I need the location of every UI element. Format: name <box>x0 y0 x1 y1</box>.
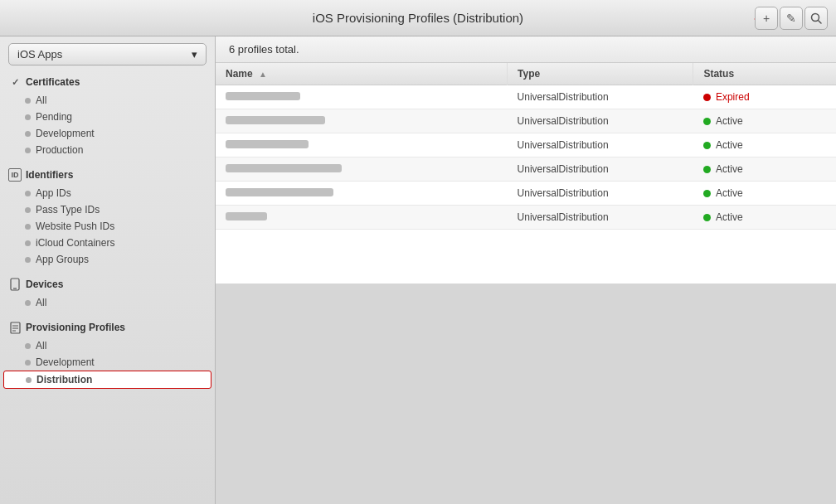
sidebar-item-label: All <box>36 340 46 351</box>
profile-name-cell <box>216 85 508 109</box>
section-devices: Devices All <box>0 274 215 311</box>
section-identifiers: ID Identifiers App IDs Pass Type IDs Web… <box>0 165 215 268</box>
profiles-table: Name ▲ Type Status UniversalDistribution… <box>216 63 836 284</box>
sidebar-item-app-ids[interactable]: App IDs <box>0 185 215 201</box>
section-header-identifiers: ID Identifiers <box>0 165 215 185</box>
profile-type-cell: UniversalDistribution <box>508 182 693 206</box>
sidebar-item-label: App Groups <box>36 254 89 265</box>
table-row[interactable]: UniversalDistributionActive <box>216 133 836 158</box>
app-selector-label: iOS Apps <box>17 48 62 61</box>
profile-status-cell: Active <box>693 109 836 133</box>
dot-icon <box>25 114 31 120</box>
status-dot-active <box>703 166 711 173</box>
profile-status-cell: Active <box>693 206 836 230</box>
section-certificates: ✓ Certificates All Pending Development P… <box>0 72 215 158</box>
sidebar-item-label: All <box>36 94 46 106</box>
sidebar-item-label: Development <box>36 356 95 368</box>
sidebar-item-cert-all[interactable]: All <box>0 92 215 109</box>
table-row[interactable]: UniversalDistributionActive <box>216 206 836 230</box>
sidebar-item-label: Pass Type IDs <box>36 204 100 216</box>
dot-icon <box>25 131 31 137</box>
profile-type-cell: UniversalDistribution <box>508 158 693 182</box>
edit-button[interactable]: ✎ <box>780 7 803 30</box>
section-label-provisioning-profiles: Provisioning Profiles <box>26 322 125 333</box>
content-area: 6 profiles total. Name ▲ Type Status <box>216 36 836 504</box>
dot-icon <box>25 343 31 349</box>
section-label-devices: Devices <box>26 279 63 290</box>
profile-status-cell: Active <box>693 133 836 158</box>
blurred-profile-name <box>226 188 333 196</box>
status-text: Active <box>716 139 743 151</box>
profile-name-cell <box>216 182 508 206</box>
table-row[interactable]: UniversalDistributionActive <box>216 109 836 133</box>
dot-icon <box>25 257 31 263</box>
status-dot-active <box>703 190 711 197</box>
sidebar: iOS Apps ▾ ✓ Certificates All Pending De… <box>0 36 216 504</box>
profile-name-cell <box>216 133 508 158</box>
section-label-identifiers: Identifiers <box>26 169 73 181</box>
status-dot-active <box>703 142 711 149</box>
sidebar-item-profiles-development[interactable]: Development <box>0 354 215 371</box>
chevron-down-icon: ▾ <box>192 48 197 61</box>
section-provisioning-profiles: Provisioning Profiles All Development Di… <box>0 317 215 389</box>
content-empty-area <box>216 284 836 504</box>
status-text: Active <box>716 211 743 223</box>
sidebar-item-icloud-containers[interactable]: iCloud Containers <box>0 235 215 251</box>
blurred-profile-name <box>226 140 309 148</box>
certificates-icon: ✓ <box>8 75 22 89</box>
dot-icon <box>25 300 31 306</box>
section-header-devices: Devices <box>0 274 215 294</box>
profile-type-cell: UniversalDistribution <box>508 109 693 133</box>
sidebar-item-profiles-all[interactable]: All <box>0 337 215 354</box>
dot-icon <box>25 191 31 196</box>
profile-name-cell <box>216 206 508 230</box>
status-text: Active <box>716 115 743 127</box>
blurred-profile-name <box>226 164 342 172</box>
sidebar-item-label: iCloud Containers <box>36 237 114 249</box>
sidebar-item-label: Development <box>36 128 95 139</box>
dot-icon <box>25 148 31 153</box>
sidebar-item-profiles-distribution[interactable]: Distribution <box>3 371 211 389</box>
table-row[interactable]: UniversalDistributionActive <box>216 158 836 182</box>
sidebar-item-cert-development[interactable]: Development <box>0 125 215 142</box>
status-dot-active <box>703 214 711 221</box>
column-header-type[interactable]: Type <box>508 63 693 85</box>
sidebar-item-label: Production <box>36 144 83 156</box>
profile-type-cell: UniversalDistribution <box>508 85 693 109</box>
status-text: Active <box>716 187 743 199</box>
sidebar-item-pass-type-ids[interactable]: Pass Type IDs <box>0 201 215 218</box>
devices-icon <box>8 278 22 291</box>
top-bar: ➜ iOS Provisioning Profiles (Distributio… <box>0 0 836 36</box>
column-header-name[interactable]: Name ▲ <box>216 63 508 85</box>
sidebar-item-cert-pending[interactable]: Pending <box>0 109 215 125</box>
sidebar-item-app-groups[interactable]: App Groups <box>0 251 215 268</box>
status-text: Expired <box>716 91 750 103</box>
toolbar-actions: + ✎ <box>755 7 828 30</box>
status-dot-expired <box>703 94 711 101</box>
search-icon <box>810 12 822 24</box>
sidebar-item-website-push-ids[interactable]: Website Push IDs <box>0 218 215 235</box>
dot-icon <box>25 207 31 213</box>
blurred-profile-name <box>226 92 300 100</box>
profile-type-cell: UniversalDistribution <box>508 133 693 158</box>
sidebar-item-label: Website Push IDs <box>36 220 114 232</box>
table-row[interactable]: UniversalDistributionExpired <box>216 85 836 109</box>
profile-name-cell <box>216 158 508 182</box>
sort-arrow-icon: ▲ <box>259 70 267 79</box>
add-button[interactable]: + <box>755 7 778 30</box>
profile-name-cell <box>216 109 508 133</box>
search-button[interactable] <box>804 7 828 30</box>
sidebar-item-devices-all[interactable]: All <box>0 294 215 311</box>
sidebar-item-label: Distribution <box>36 374 92 385</box>
table-header-row: Name ▲ Type Status <box>216 63 836 85</box>
section-header-provisioning-profiles: Provisioning Profiles <box>0 317 215 337</box>
sidebar-item-cert-production[interactable]: Production <box>0 142 215 158</box>
page-title: iOS Provisioning Profiles (Distribution) <box>313 11 523 25</box>
table-row[interactable]: UniversalDistributionActive <box>216 182 836 206</box>
status-dot-active <box>703 118 711 125</box>
profiles-count-bar: 6 profiles total. <box>216 36 836 63</box>
column-header-status[interactable]: Status <box>693 63 836 85</box>
status-text: Active <box>716 163 743 175</box>
sidebar-item-label: All <box>36 297 46 308</box>
app-selector-dropdown[interactable]: iOS Apps ▾ <box>8 43 207 65</box>
